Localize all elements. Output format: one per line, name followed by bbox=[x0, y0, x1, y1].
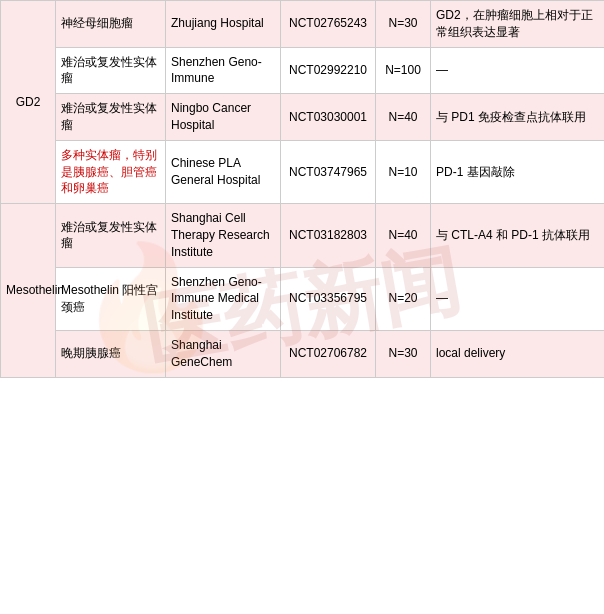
hospital-cell: Shenzhen Geno-Immune Medical Institute bbox=[166, 267, 281, 330]
disease-cell: 神经母细胞瘤 bbox=[56, 1, 166, 48]
disease-cell: 难治或复发性实体瘤 bbox=[56, 94, 166, 141]
nct-cell: NCT02765243 bbox=[281, 1, 376, 48]
clinical-trials-table: GD2神经母细胞瘤Zhujiang HospitalNCT02765243N=3… bbox=[0, 0, 604, 378]
n-cell: N=30 bbox=[376, 330, 431, 377]
hospital-cell: Shanghai GeneChem bbox=[166, 330, 281, 377]
hospital-cell: Ningbo Cancer Hospital bbox=[166, 94, 281, 141]
hospital-cell: Shanghai Cell Therapy Research Institute bbox=[166, 204, 281, 267]
hospital-cell: Chinese PLA General Hospital bbox=[166, 140, 281, 203]
n-cell: N=40 bbox=[376, 204, 431, 267]
nct-cell: NCT02992210 bbox=[281, 47, 376, 94]
nct-cell: NCT03356795 bbox=[281, 267, 376, 330]
disease-cell: 难治或复发性实体瘤 bbox=[56, 47, 166, 94]
notes-cell: — bbox=[431, 267, 605, 330]
notes-cell: — bbox=[431, 47, 605, 94]
n-cell: N=20 bbox=[376, 267, 431, 330]
notes-cell: PD-1 基因敲除 bbox=[431, 140, 605, 203]
disease-cell: 难治或复发性实体瘤 bbox=[56, 204, 166, 267]
notes-cell: GD2，在肿瘤细胞上相对于正常组织表达显著 bbox=[431, 1, 605, 48]
notes-cell: 与 CTL-A4 和 PD-1 抗体联用 bbox=[431, 204, 605, 267]
n-cell: N=40 bbox=[376, 94, 431, 141]
disease-cell: Mesothelin 阳性宫颈癌 bbox=[56, 267, 166, 330]
n-cell: N=100 bbox=[376, 47, 431, 94]
hospital-cell: Shenzhen Geno-Immune bbox=[166, 47, 281, 94]
n-cell: N=30 bbox=[376, 1, 431, 48]
hospital-cell: Zhujiang Hospital bbox=[166, 1, 281, 48]
n-cell: N=10 bbox=[376, 140, 431, 203]
disease-cell: 多种实体瘤，特别是胰腺癌、胆管癌和卵巢癌 bbox=[56, 140, 166, 203]
nct-cell: NCT02706782 bbox=[281, 330, 376, 377]
nct-cell: NCT03182803 bbox=[281, 204, 376, 267]
target-cell: Mesothelin bbox=[1, 204, 56, 377]
target-cell: GD2 bbox=[1, 1, 56, 204]
disease-cell: 晚期胰腺癌 bbox=[56, 330, 166, 377]
notes-cell: local delivery bbox=[431, 330, 605, 377]
nct-cell: NCT03747965 bbox=[281, 140, 376, 203]
nct-cell: NCT03030001 bbox=[281, 94, 376, 141]
notes-cell: 与 PD1 免疫检查点抗体联用 bbox=[431, 94, 605, 141]
